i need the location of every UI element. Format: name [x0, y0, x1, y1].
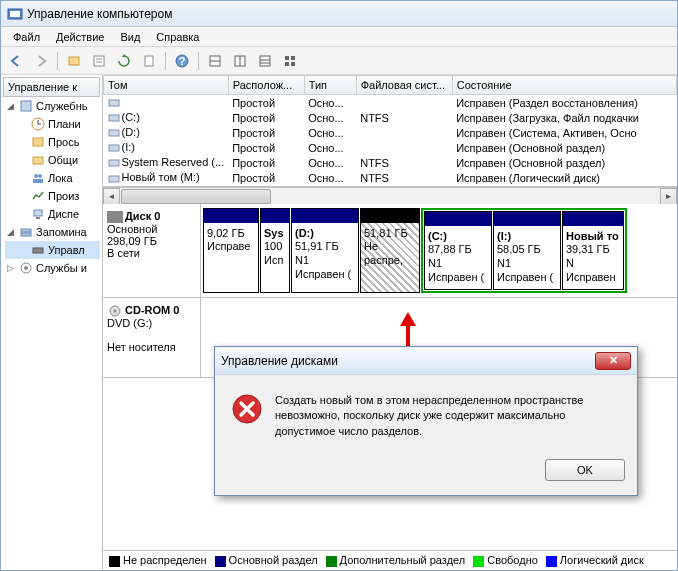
extended-partition-group: (C:)87,88 ГБ N1Исправен ( (I:)58,05 ГБ N… — [421, 208, 627, 293]
svg-rect-36 — [109, 100, 119, 106]
volume-icon — [108, 127, 120, 139]
scroll-thumb[interactable] — [121, 189, 271, 204]
legend-unallocated: Не распределен — [109, 554, 207, 567]
perf-icon — [31, 189, 45, 203]
svg-point-35 — [24, 266, 28, 270]
nav-tree[interactable]: Управление к ◢Служебнь Плани Прось Общи … — [1, 75, 103, 570]
col-status[interactable]: Состояние — [452, 76, 676, 95]
volume-icon — [108, 142, 120, 154]
volume-icon — [108, 157, 120, 169]
expand-icon[interactable]: ▷ — [7, 263, 14, 273]
svg-point-26 — [34, 174, 38, 178]
menu-action[interactable]: Действие — [48, 29, 112, 45]
legend-extended: Дополнительный раздел — [326, 554, 466, 567]
svg-rect-37 — [109, 115, 119, 121]
tree-services-root[interactable]: ◢Служебнь — [5, 97, 100, 115]
tools-icon — [19, 99, 33, 113]
tree-eventviewer[interactable]: Прось — [5, 133, 100, 151]
users-icon — [31, 171, 45, 185]
svg-rect-19 — [291, 62, 295, 66]
help-button[interactable]: ? — [171, 50, 193, 72]
properties-button[interactable] — [88, 50, 110, 72]
tree-services-apps[interactable]: ▷Службы и — [5, 259, 100, 277]
svg-rect-24 — [33, 138, 43, 146]
svg-rect-20 — [21, 101, 31, 111]
close-icon: ✕ — [609, 354, 618, 367]
tree-shared[interactable]: Общи — [5, 151, 100, 169]
toolbar: ? — [1, 47, 677, 75]
menu-view[interactable]: Вид — [112, 29, 148, 45]
table-row[interactable]: (D:)ПростойОсно...Исправен (Система, Акт… — [104, 125, 677, 140]
titlebar[interactable]: Управление компьютером — [1, 1, 677, 27]
col-volume[interactable]: Том — [104, 76, 229, 95]
menu-help[interactable]: Справка — [148, 29, 207, 45]
collapse-icon[interactable]: ◢ — [7, 101, 14, 111]
table-row[interactable]: (C:)ПростойОсно...NTFSИсправен (Загрузка… — [104, 110, 677, 125]
forward-button[interactable] — [30, 50, 52, 72]
close-button[interactable]: ✕ — [595, 352, 631, 370]
partition-unallocated[interactable]: 51,81 ГБНе распре, — [360, 208, 420, 293]
window-title: Управление компьютером — [27, 7, 172, 21]
app-icon — [7, 6, 23, 22]
table-row[interactable]: Новый том (M:)ПростойОсно...NTFSИсправен… — [104, 170, 677, 185]
view4-button[interactable] — [279, 50, 301, 72]
up-button[interactable] — [63, 50, 85, 72]
legend: Не распределен Основной раздел Дополните… — [103, 550, 677, 570]
col-fs[interactable]: Файловая сист... — [356, 76, 452, 95]
svg-rect-33 — [33, 248, 43, 253]
back-button[interactable] — [5, 50, 27, 72]
tree-device-manager[interactable]: Диспе — [5, 205, 100, 223]
view3-button[interactable] — [254, 50, 276, 72]
dialog-titlebar[interactable]: Управление дисками ✕ — [215, 347, 637, 375]
export-button[interactable] — [138, 50, 160, 72]
svg-rect-3 — [94, 56, 104, 66]
legend-primary: Основной раздел — [215, 554, 318, 567]
collapse-icon[interactable]: ◢ — [7, 227, 14, 237]
tree-storage[interactable]: ◢Запомина — [5, 223, 100, 241]
col-layout[interactable]: Располож... — [228, 76, 304, 95]
refresh-button[interactable] — [113, 50, 135, 72]
error-dialog: Управление дисками ✕ Создать новый том в… — [214, 346, 638, 496]
svg-rect-31 — [21, 229, 31, 232]
menu-file[interactable]: Файл — [5, 29, 48, 45]
view1-button[interactable] — [204, 50, 226, 72]
partition-system-reserved[interactable]: Sys100Исп — [260, 208, 290, 293]
tree-performance[interactable]: Произ — [5, 187, 100, 205]
partition-d[interactable]: (D:)51,91 ГБ N1Исправен ( — [291, 208, 359, 293]
col-type[interactable]: Тип — [304, 76, 356, 95]
ok-button[interactable]: OK — [545, 459, 625, 481]
svg-rect-13 — [260, 56, 270, 66]
partition-c[interactable]: (C:)87,88 ГБ N1Исправен ( — [424, 211, 492, 290]
cdrom-info[interactable]: CD-ROM 0 DVD (G:) Нет носителя — [103, 298, 201, 377]
table-row[interactable]: ПростойОсно...Исправен (Раздел восстанов… — [104, 95, 677, 111]
table-row[interactable]: System Reserved (...ПростойОсно...NTFSИс… — [104, 155, 677, 170]
storage-icon — [19, 225, 33, 239]
tree-disk-management[interactable]: Управл — [5, 241, 100, 259]
svg-rect-16 — [285, 56, 289, 60]
partition-recovery[interactable]: 9,02 ГБИсправе — [203, 208, 259, 293]
volume-grid[interactable]: Том Располож... Тип Файловая сист... Сос… — [103, 75, 677, 187]
scroll-left-button[interactable]: ◄ — [103, 188, 120, 205]
partition-i[interactable]: (I:)58,05 ГБ N1Исправен ( — [493, 211, 561, 290]
tree-scheduler[interactable]: Плани — [5, 115, 100, 133]
partition-m[interactable]: Новый то39,31 ГБ NИсправен — [562, 211, 624, 290]
table-row[interactable]: (I:)ПростойОсно...Исправен (Основной раз… — [104, 140, 677, 155]
volume-icon — [108, 112, 120, 124]
svg-rect-18 — [285, 62, 289, 66]
disk0-row[interactable]: Диск 0 Основной 298,09 ГБ В сети 9,02 ГБ… — [103, 204, 677, 298]
volume-icon — [108, 173, 120, 185]
view2-button[interactable] — [229, 50, 251, 72]
clock-icon — [31, 117, 45, 131]
dialog-title: Управление дисками — [221, 354, 595, 368]
disk0-info[interactable]: Диск 0 Основной 298,09 ГБ В сети — [103, 204, 201, 297]
svg-rect-6 — [145, 56, 153, 66]
svg-point-27 — [38, 174, 42, 178]
tree-local[interactable]: Лока — [5, 169, 100, 187]
svg-rect-28 — [33, 179, 43, 183]
horizontal-scrollbar[interactable]: ◄ ► — [103, 187, 677, 204]
legend-free: Свободно — [473, 554, 538, 567]
dialog-message: Создать новый том в этом нераспределенно… — [275, 393, 621, 439]
svg-text:?: ? — [179, 55, 186, 67]
error-icon — [231, 393, 263, 425]
scroll-right-button[interactable]: ► — [660, 188, 677, 205]
